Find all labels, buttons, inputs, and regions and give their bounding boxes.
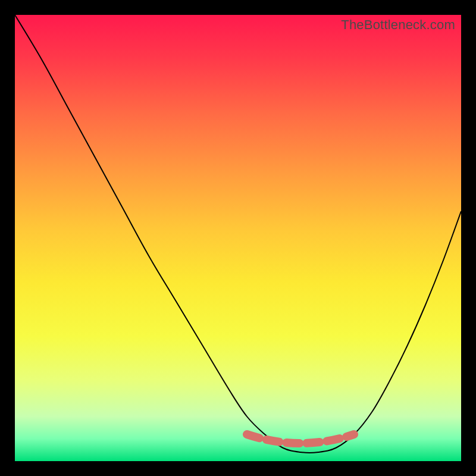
bottleneck-curve xyxy=(15,15,461,453)
chart-svg xyxy=(15,15,461,461)
chart-frame: TheBottleneck.com xyxy=(15,15,461,461)
optimal-range-highlight xyxy=(247,434,354,443)
watermark-text: TheBottleneck.com xyxy=(341,17,455,33)
